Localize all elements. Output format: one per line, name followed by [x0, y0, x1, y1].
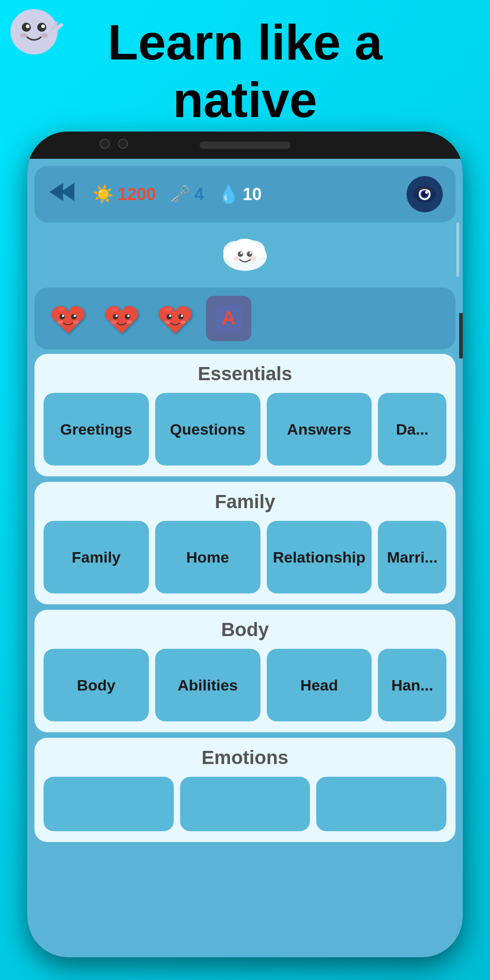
svg-point-42 — [167, 314, 172, 319]
svg-point-32 — [58, 320, 63, 324]
category-item-emotion-2[interactable] — [180, 777, 310, 831]
status-left: ☀️ 1200 🗝️ 4 💧 10 — [47, 181, 262, 208]
scroll-indicator — [456, 222, 459, 277]
status-card: ☀️ 1200 🗝️ 4 💧 10 — [34, 166, 456, 222]
svg-point-36 — [125, 314, 130, 319]
phone-side-button — [459, 313, 463, 358]
svg-point-23 — [247, 251, 252, 257]
category-item-relationship[interactable]: Relationship — [267, 521, 372, 593]
letter-button[interactable]: A — [206, 296, 251, 341]
svg-point-31 — [74, 314, 76, 317]
category-item-home[interactable]: Home — [155, 521, 260, 593]
phone-speaker — [200, 142, 290, 149]
svg-point-38 — [127, 314, 130, 317]
xp-stat: ☀️ 1200 — [93, 184, 156, 204]
category-item-greetings[interactable]: Greetings — [44, 393, 149, 466]
essentials-grid: Greetings Questions Answers Da... — [44, 393, 446, 466]
svg-point-40 — [127, 320, 132, 324]
category-item-head[interactable]: Head — [267, 649, 372, 721]
svg-point-26 — [234, 256, 240, 261]
xp-value: 1200 — [118, 185, 156, 204]
category-item-family[interactable]: Family — [44, 521, 149, 593]
svg-point-33 — [73, 320, 78, 324]
svg-point-22 — [238, 251, 243, 257]
svg-point-46 — [165, 320, 170, 324]
svg-point-39 — [111, 320, 117, 324]
body-title: Body — [44, 619, 446, 641]
phone-camera-left — [100, 139, 110, 149]
svg-point-35 — [113, 314, 118, 319]
svg-point-27 — [250, 256, 256, 261]
body-section: Body Body Abilities Head Han... — [34, 610, 456, 732]
lives-value: 10 — [243, 185, 262, 204]
svg-point-44 — [169, 314, 172, 317]
svg-point-43 — [178, 314, 184, 319]
lives-stat: 💧 10 — [218, 184, 262, 204]
svg-point-14 — [425, 191, 428, 194]
svg-text:A: A — [222, 307, 235, 328]
category-item-body[interactable]: Body — [44, 649, 149, 721]
phone-camera-right — [118, 139, 128, 149]
svg-point-28 — [59, 314, 65, 319]
heart-3[interactable] — [152, 296, 198, 341]
family-title: Family — [44, 491, 446, 513]
heart-2[interactable] — [99, 296, 144, 341]
keys-stat: 🗝️ 4 — [170, 184, 204, 204]
sun-icon: ☀️ — [93, 184, 114, 204]
emotions-title: Emotions — [44, 747, 446, 769]
category-item-days[interactable]: Da... — [378, 393, 446, 466]
body-grid: Body Abilities Head Han... — [44, 649, 446, 721]
emotions-grid — [44, 777, 446, 831]
family-section: Family Family Home Relationship Marri... — [34, 482, 456, 604]
svg-point-21 — [231, 239, 259, 259]
phone-frame: ☀️ 1200 🗝️ 4 💧 10 — [27, 132, 463, 957]
svg-point-37 — [116, 314, 118, 317]
header-title: Learn like a native — [0, 14, 490, 128]
family-grid: Family Home Relationship Marri... — [44, 521, 446, 593]
essentials-title: Essentials — [44, 363, 446, 385]
category-item-marriage[interactable]: Marri... — [378, 521, 446, 593]
svg-point-25 — [250, 252, 252, 255]
emotions-section: Emotions — [34, 738, 456, 842]
hearts-card: A — [34, 288, 456, 349]
heart-1[interactable] — [45, 296, 91, 341]
essentials-section: Essentials Greetings Questions Answers D… — [34, 354, 456, 476]
phone-top-bar — [27, 132, 463, 159]
category-item-questions[interactable]: Questions — [155, 393, 260, 466]
drop-icon: 💧 — [218, 184, 239, 204]
category-item-hand[interactable]: Han... — [378, 649, 446, 721]
svg-point-29 — [71, 314, 77, 319]
category-item-emotion-3[interactable] — [316, 777, 446, 831]
category-item-abilities[interactable]: Abilities — [155, 649, 260, 721]
key-icon: 🗝️ — [170, 184, 191, 204]
svg-point-45 — [181, 314, 183, 317]
svg-point-24 — [240, 252, 243, 255]
svg-point-47 — [180, 320, 186, 324]
svg-point-30 — [62, 314, 64, 317]
category-item-emotion-1[interactable] — [44, 777, 174, 831]
keys-value: 4 — [195, 185, 204, 204]
category-item-answers[interactable]: Answers — [267, 393, 372, 466]
cloud-mascot — [27, 227, 463, 288]
eye-button[interactable] — [407, 176, 443, 212]
back-arrows-icon[interactable] — [47, 181, 79, 208]
phone-screen[interactable]: ☀️ 1200 🗝️ 4 💧 10 — [27, 159, 463, 957]
